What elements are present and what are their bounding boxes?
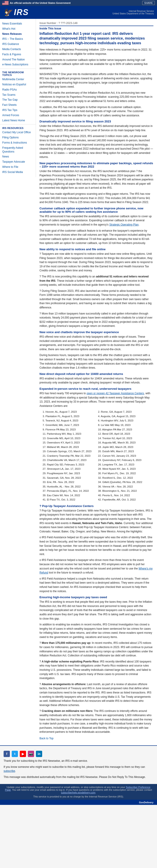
location-item-14: 14. Trenton NJ, April 10, 2023: [98, 436, 153, 441]
dramatic-para-2: Through the end of Filing Season 2023, I…: [39, 134, 153, 159]
sidebar-item-news-releases[interactable]: News Releases: [0, 31, 36, 37]
location-item-6: 6. Huntington WV, July 5, 2023: [98, 418, 153, 423]
section-online-heading: New ability to respond to notices and fi…: [39, 248, 153, 251]
sidebar-item-social-media[interactable]: IRS Social Media: [0, 169, 36, 175]
sidebar-item-taxpayer-advocate[interactable]: Taxpayer Advocate: [0, 159, 36, 164]
high-income-para-4: ? A high-dollar scheme exploiting Puerto…: [39, 659, 153, 680]
dramatic-para-1: Under the Inflation Reduction Act resour…: [39, 124, 153, 132]
section-dramatic-heading: Dramatically improved service in filing …: [39, 120, 153, 123]
content-area: Issue Number : ? ???-2023-148 Inside Thi…: [36, 19, 157, 745]
locations-list: 1. Hoover, AL, August 7, 2023 2. Rome, G…: [43, 410, 153, 502]
location-item-4: 4. Augusta, GA, August 15, 2023: [98, 414, 153, 419]
location-item-9: 9. Florence PA May 23, 2023: [43, 428, 98, 432]
open-reopen-link[interactable]: open or reopen 42 Taxpayer Assistance Ce…: [87, 392, 144, 395]
sidebar-item-tax-gap[interactable]: The Tax Gap: [0, 97, 36, 102]
location-item-36: 36. Vienna VA – Nov. 28, 2022: [98, 485, 153, 489]
twitter-icon[interactable]: t: [12, 751, 18, 757]
location-item-2: 2. Rome, GA, August 7, 2023: [98, 410, 153, 414]
location-item-18: 18. Joplin MO, March 28, 2023: [98, 445, 153, 450]
linkedin-icon[interactable]: in: [36, 751, 42, 757]
footer-bottom: Update your subscriptions, modify your p…: [0, 784, 157, 800]
online-para-4: ? More than 13 million taxpayers have su…: [39, 312, 153, 328]
location-item-24: 24. Queensbury NY, February 6, 2023: [98, 458, 153, 463]
high-income-para-6: ? Cracking down on millionaire non-filer…: [39, 709, 153, 734]
issue-number: Issue Number : ? ???-2023-148: [39, 22, 153, 25]
footer-thank-you: Thank you for subscribing to the IRS New…: [4, 759, 153, 763]
sidebar-item-fact-sheets[interactable]: Fact Sheets: [0, 102, 36, 107]
bullet-3: o IRS Field Assistance helped a couple f…: [39, 577, 153, 593]
direct-para-1: IRS enabled a direct-deposit refund opti…: [39, 376, 153, 385]
footer-share-info: If you know someone who might want to su…: [4, 765, 153, 773]
sidebar-item-news[interactable]: News: [0, 154, 36, 159]
high-income-para-3: ? More than 175,000 millionaires pay up:…: [39, 641, 153, 657]
popup-para-1: ? Pop-Up Taxpayer Assistance Centers: Wi…: [39, 508, 153, 534]
sidebar-item-local-office[interactable]: Contact My Local Office: [0, 130, 36, 135]
expanded-para-1: IRS has hired nearly 700 employees to op…: [39, 391, 153, 408]
sidebar-section-resources: IRS Resources: [0, 126, 36, 130]
high-income-para-5: ? Abusive arrangements in offshore: Last…: [39, 682, 153, 707]
youtube-icon[interactable]: ▶: [20, 751, 26, 757]
location-item-3: 3. Plantation FL, August 5, 2023: [43, 414, 98, 419]
logo-bar: 🦅 IRS Internal Revenue ServiceUnited Sta…: [0, 6, 157, 19]
sidebar-item-filing-options[interactable]: Filing Options: [0, 135, 36, 140]
location-item-31: 31. Savannah, GA, Nov. 28, 2022: [43, 476, 98, 480]
sidebar-item-where-to-file[interactable]: Where to File: [0, 164, 36, 169]
location-item-8: 8. La Vale MD May 19, 2023: [98, 423, 153, 428]
subscribe-link[interactable]: subscribe: [4, 769, 15, 773]
sidebar-item-facts-figures[interactable]: Facts & Figures: [0, 52, 36, 57]
footer-bottom-text: Update your subscriptions, modify your p…: [4, 786, 153, 794]
sidebar-item-whats-hot[interactable]: What's Hot: [0, 26, 36, 31]
svg-rect-10: [2, 4, 8, 4]
location-item-19: 19. Colorado Springs, CO, March 27, 2023: [43, 449, 98, 454]
sidebar-item-enews[interactable]: e-News Subscriptions: [0, 62, 36, 67]
bullet-1: o IRS Field Assistance helped an 81-year…: [39, 535, 153, 556]
facebook-icon[interactable]: f: [4, 751, 10, 757]
gov-label: An official website of the United States…: [10, 2, 71, 4]
sidebar-item-armed-forces[interactable]: Armed Forces: [0, 113, 36, 118]
share-button[interactable]: SHARE: [142, 1, 155, 5]
page-wrapper: An official website of the United States…: [0, 0, 157, 805]
main-layout: News Essentials What's Hot News Releases…: [0, 19, 157, 745]
location-item-26: 26. Longview TX, Jan. 17, 2023: [98, 463, 153, 467]
intro-text-2: New improvements to customer callback op…: [39, 58, 153, 70]
sidebar-item-faq[interactable]: Frequently Asked Questions: [0, 145, 36, 154]
high-income-para-1: The IRS is working to ensure that people…: [39, 600, 153, 621]
sidebar-item-espanol[interactable]: Noticias en Español: [0, 82, 36, 87]
sidebar-item-tax-tips[interactable]: IRS Tax Tips: [0, 107, 36, 113]
sidebar-item-irs-guidance[interactable]: IRS Guidance: [0, 41, 36, 47]
strategic-plan-link[interactable]: Strategic Operating Plan: [109, 223, 139, 226]
location-item-7: 7. Greenfield, MA, June 7, 2023: [43, 423, 98, 428]
washington-para-3: In addition, the IRS has met its targets…: [39, 105, 153, 118]
footer-free-text: This service is provided to you at no ch…: [4, 795, 153, 798]
online-para-3: ? During Filing Season 2023, IRS also la…: [39, 289, 153, 310]
sidebar-item-tax-scams[interactable]: Tax Scams: [0, 92, 36, 97]
online-para-1: ? Taxpayers are now able to respond to n…: [39, 252, 153, 273]
location-item-41: 41. El Paso TX, Oct. 3, 2022: [43, 498, 98, 502]
instagram-icon[interactable]: 📷: [28, 751, 34, 757]
sidebar-item-forms[interactable]: Forms & Instructions: [0, 140, 36, 145]
subscriber-help-link[interactable]: subscriberhelp.govdelivery.com: [61, 791, 95, 794]
sidebar-item-news-essentials[interactable]: News Essentials: [0, 21, 36, 26]
sidebar-item-multimedia[interactable]: Multimedia Center: [0, 77, 36, 82]
sidebar-item-irs-basics[interactable]: IRS – The Basics: [0, 36, 36, 41]
sidebar-item-media-contacts[interactable]: Media Contacts: [0, 47, 36, 52]
back-to-top-link[interactable]: Back to Top: [39, 737, 153, 740]
location-item-12: 12. Bend OR, April 18, 2023: [98, 432, 153, 436]
sidebar-item-latest-news[interactable]: Latest News Home: [0, 118, 36, 123]
top-header: An official website of the United States…: [0, 0, 157, 6]
callback-para-1: The IRS announced it has expanded the av…: [39, 214, 153, 227]
wheres-my-refund-link[interactable]: Where's my Refund: [39, 567, 153, 575]
location-item-22: 22. Carson NV, January 23, 2023: [98, 454, 153, 458]
footer-area: f t ▶ 📷 in Thank you for subscribing to …: [0, 745, 157, 784]
article-title: Inflation Reduction Act 1-year report ca…: [39, 31, 153, 45]
location-item-17: 17. Midland MI, March 28, 2023: [43, 445, 98, 450]
location-item-16: 16. Augusta ME, March 30, 2023: [98, 440, 153, 445]
sidebar-item-around-nation[interactable]: Around The Nation: [0, 57, 36, 62]
subscriber-preferences-link[interactable]: Subscriber Preference Page: [5, 786, 150, 791]
sidebar-section-newsroom: The Newsroom Topics: [0, 70, 36, 77]
location-item-42: 42. Fayetteville, AR, Oct. 3, 2022: [98, 498, 153, 502]
svg-rect-7: [2, 3, 8, 3]
sidebar-item-radio[interactable]: Radio PSAs: [0, 87, 36, 92]
sidebar: News Essentials What's Hot News Releases…: [0, 19, 36, 177]
location-item-25: 25. Rapid City SD, February 3, 2023: [43, 463, 98, 467]
